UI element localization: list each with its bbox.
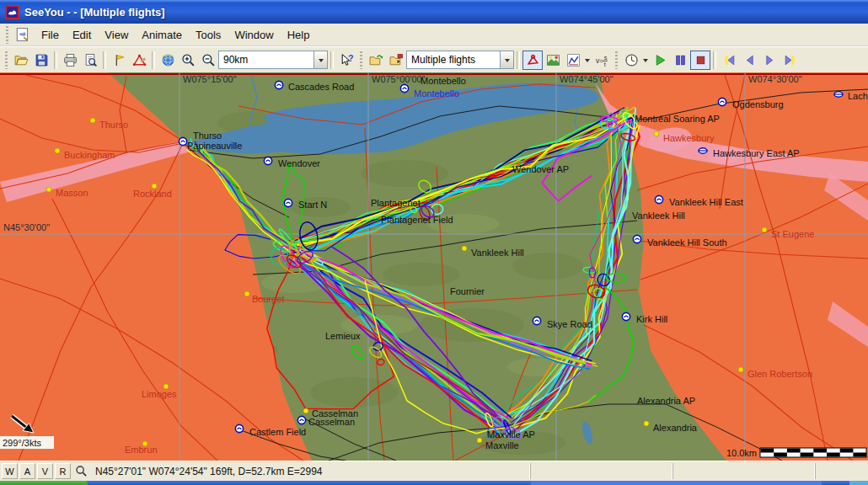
waypoint-marker[interactable] bbox=[718, 98, 726, 105]
menu-item-window[interactable]: Window bbox=[228, 25, 280, 45]
print-button[interactable] bbox=[60, 51, 80, 70]
skip-forward-icon bbox=[783, 53, 797, 67]
first-frame-button[interactable] bbox=[719, 51, 739, 70]
wind-label: 299°/3kts bbox=[3, 438, 41, 448]
status-button-v[interactable]: V bbox=[37, 463, 53, 479]
map-label: Cascades Road bbox=[288, 82, 354, 92]
waypoint-marker[interactable] bbox=[179, 137, 186, 145]
step-back-icon bbox=[742, 53, 757, 67]
speed-dropdown[interactable] bbox=[641, 51, 650, 69]
start-button[interactable] bbox=[0, 481, 88, 485]
floppy-icon bbox=[35, 53, 49, 67]
save-flight-button[interactable] bbox=[386, 51, 406, 70]
graph-dropdown[interactable] bbox=[583, 51, 592, 69]
map-label: Montebello bbox=[414, 88, 459, 99]
windows-taskbar[interactable] bbox=[0, 481, 868, 485]
grid-label: N45°30'00" bbox=[3, 222, 50, 232]
menubar-grip[interactable] bbox=[6, 26, 8, 44]
save-button[interactable] bbox=[31, 51, 51, 70]
magnifier-icon[interactable] bbox=[72, 464, 89, 479]
prev-frame-button[interactable] bbox=[739, 51, 759, 70]
waypoint-marker[interactable] bbox=[633, 235, 640, 242]
toolbar-grip[interactable] bbox=[615, 51, 618, 69]
title-bar[interactable]: SeeYou - - [Multiple flights] bbox=[0, 0, 868, 24]
chevron-down-icon[interactable] bbox=[313, 51, 327, 68]
menu-item-animate[interactable]: Animate bbox=[135, 25, 189, 45]
zoom-in-button[interactable] bbox=[178, 51, 198, 70]
status-panel bbox=[672, 463, 815, 479]
goto-button[interactable] bbox=[158, 51, 178, 70]
waypoint-marker[interactable] bbox=[284, 199, 292, 206]
waypoint-marker[interactable] bbox=[275, 81, 282, 88]
stop-button[interactable] bbox=[690, 51, 710, 70]
pause-button[interactable] bbox=[670, 51, 690, 70]
menu-items: FileEditViewAnimateToolsWindowHelp bbox=[35, 25, 316, 45]
menu-item-edit[interactable]: Edit bbox=[66, 25, 98, 45]
menu-item-tools[interactable]: Tools bbox=[189, 25, 228, 45]
map-label: Buckingham bbox=[64, 150, 115, 160]
scale-bar bbox=[760, 448, 866, 457]
map-label: Lemieux bbox=[325, 331, 361, 341]
waypoint-marker[interactable] bbox=[655, 195, 662, 203]
waypoint-marker[interactable] bbox=[533, 317, 540, 324]
last-frame-button[interactable] bbox=[780, 51, 800, 70]
map-label: Montebello bbox=[421, 76, 466, 86]
map-label: Plantagenet bbox=[371, 198, 421, 208]
chevron-down-icon bbox=[643, 59, 648, 65]
waypoint-marker[interactable] bbox=[622, 312, 630, 320]
next-frame-button[interactable] bbox=[759, 51, 780, 70]
graph-view-button[interactable] bbox=[563, 51, 583, 70]
seeyou-logo-icon bbox=[5, 5, 19, 19]
town-dot-marker bbox=[462, 246, 467, 251]
menu-item-file[interactable]: File bbox=[35, 25, 66, 45]
waypoint-marker[interactable] bbox=[264, 157, 271, 164]
map-label: Hawkesbury East AP bbox=[713, 148, 800, 158]
town-dot-marker bbox=[90, 118, 95, 123]
view-3d-button[interactable] bbox=[543, 51, 563, 70]
menu-item-help[interactable]: Help bbox=[281, 25, 317, 45]
task-button[interactable] bbox=[129, 51, 149, 70]
status-button-r[interactable]: R bbox=[55, 463, 71, 479]
taskbar-app-button[interactable] bbox=[531, 481, 822, 485]
statistics-button[interactable]: v=st bbox=[592, 51, 612, 70]
map-view-toggle[interactable] bbox=[522, 51, 543, 70]
play-button[interactable] bbox=[650, 51, 670, 70]
toolbar-grip[interactable] bbox=[5, 51, 8, 69]
waypoint-marker[interactable] bbox=[297, 416, 305, 424]
waypoint-marker[interactable] bbox=[235, 424, 243, 432]
open-flight-button[interactable] bbox=[366, 51, 386, 70]
chevron-down-icon[interactable] bbox=[500, 51, 513, 68]
menu-item-view[interactable]: View bbox=[98, 25, 135, 45]
status-panel bbox=[815, 463, 868, 479]
help-button[interactable]: ? bbox=[336, 51, 356, 70]
status-button-w[interactable]: W bbox=[2, 463, 18, 479]
flights-combo[interactable]: Multiple flights bbox=[406, 51, 514, 69]
route-map-icon bbox=[526, 53, 540, 67]
zoom-out-button[interactable] bbox=[198, 51, 218, 70]
terrain-3d-icon bbox=[546, 53, 560, 67]
printer-icon bbox=[63, 53, 78, 67]
map-label: Montréal Soaring AP bbox=[635, 114, 720, 124]
print-preview-button[interactable] bbox=[80, 51, 100, 70]
map-label: Fournier bbox=[450, 286, 485, 296]
zoom-level-combo[interactable]: 90km bbox=[218, 51, 328, 69]
town-dot-marker bbox=[46, 187, 51, 192]
map-label: St Eugene bbox=[771, 229, 814, 239]
waypoint-marker[interactable] bbox=[400, 84, 408, 92]
map-label: Hawkesbury bbox=[663, 133, 715, 143]
grid-label: W075°00'00" bbox=[372, 74, 426, 84]
flight-map[interactable]: W075°15'00"W075°00'00"W074°45'00"W074°30… bbox=[0, 72, 868, 461]
status-button-a[interactable]: A bbox=[19, 463, 35, 479]
waypoints-button[interactable] bbox=[109, 51, 129, 70]
town-dot-marker bbox=[762, 227, 767, 232]
separator bbox=[713, 51, 716, 69]
zoom-in-icon bbox=[181, 53, 196, 67]
map-label: Castlem Field bbox=[249, 427, 306, 437]
scale-label: 10.0km bbox=[726, 448, 757, 458]
animation-speed-button[interactable] bbox=[621, 51, 641, 70]
map-scale: 10.0km bbox=[726, 448, 866, 458]
toolbar-grip[interactable] bbox=[360, 51, 362, 69]
open-button[interactable] bbox=[11, 51, 31, 70]
open-flight-icon bbox=[369, 53, 383, 67]
map-view[interactable]: W075°15'00"W075°00'00"W074°45'00"W074°30… bbox=[0, 72, 868, 461]
